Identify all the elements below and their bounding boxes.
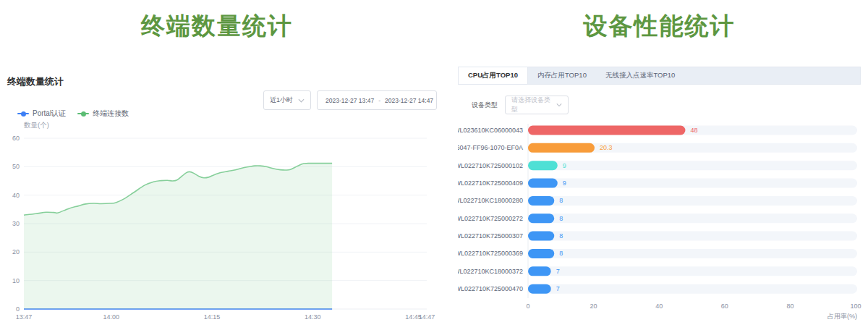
bar-category-label: WL023610KC06000043 bbox=[458, 127, 523, 134]
device-type-select[interactable]: 请选择设备类型 bbox=[505, 96, 569, 114]
y-tick-label: 40 bbox=[12, 192, 20, 199]
y-tick-label: 10 bbox=[12, 277, 20, 284]
bar bbox=[528, 232, 554, 241]
x-tick-label: 20 bbox=[590, 302, 597, 310]
legend-marker-icon bbox=[17, 113, 29, 114]
time-range-select[interactable]: 近1小时 bbox=[263, 90, 311, 110]
cpu-top10-bar-chart: WL023610KC06000043486047-FF96-1070-EF0A2… bbox=[458, 119, 868, 330]
y-tick-label: 50 bbox=[12, 163, 20, 170]
bar-track bbox=[528, 196, 857, 206]
device-type-row: 设备类型 请选择设备类型 bbox=[472, 96, 569, 114]
legend-item[interactable]: Portal认证 bbox=[17, 109, 66, 119]
bar bbox=[528, 213, 554, 223]
y-tick-label: 20 bbox=[12, 248, 20, 255]
date-end[interactable]: 2023-12-27 14:47 bbox=[385, 97, 433, 104]
tab-bar: CPU占用TOP10内存占用TOP10无线接入点速率TOP10 bbox=[458, 67, 861, 85]
x-tick-label: 100 bbox=[850, 302, 861, 310]
chevron-down-icon bbox=[556, 103, 562, 107]
performance-section-title: 设备性能统计 bbox=[458, 10, 861, 43]
dashboard: 终端数量统计 设备性能统计 终端数量统计 近1小时 2023-12-27 13:… bbox=[0, 0, 868, 330]
y-tick-label: 30 bbox=[12, 220, 20, 227]
bar-track bbox=[528, 249, 857, 258]
x-tick-label: 14:15 bbox=[204, 313, 221, 321]
x-tick-label: 14:30 bbox=[305, 313, 321, 321]
bar-category-label: WL022710K725000272 bbox=[458, 215, 523, 222]
device-type-placeholder: 请选择设备类型 bbox=[511, 96, 552, 114]
x-tick-label: 0 bbox=[526, 302, 529, 310]
date-start[interactable]: 2023-12-27 13:47 bbox=[326, 97, 374, 104]
chart-legend: Portal认证终端连接数 bbox=[17, 109, 129, 119]
bar bbox=[528, 161, 558, 170]
tab-item[interactable]: 内存占用TOP10 bbox=[528, 67, 596, 84]
bar-category-label: 6047-FF96-1070-EF0A bbox=[458, 144, 523, 151]
bar-category-label: WL022710K725000102 bbox=[458, 162, 523, 169]
bar-value-label: 8 bbox=[559, 232, 563, 240]
bar-value-label: 9 bbox=[563, 162, 566, 169]
tab-item[interactable]: 无线接入点速率TOP10 bbox=[596, 67, 684, 84]
x-tick-label: 60 bbox=[721, 302, 728, 310]
bar-track bbox=[528, 232, 857, 241]
terminal-section-title: 终端数量统计 bbox=[0, 10, 434, 43]
bar-value-label: 7 bbox=[556, 268, 560, 275]
y-tick-label: 60 bbox=[12, 135, 20, 142]
chevron-down-icon bbox=[298, 98, 305, 103]
bar-value-label: 8 bbox=[559, 250, 563, 257]
y-axis-title: 数量(个) bbox=[24, 121, 49, 129]
y-tick-label: 0 bbox=[16, 305, 20, 313]
x-tick-label: 14:00 bbox=[103, 313, 119, 321]
bar-category-label: WL022710KC18000280 bbox=[458, 197, 523, 204]
bar-category-label: WL022710K725000409 bbox=[458, 179, 523, 187]
bar-value-label: 9 bbox=[563, 179, 566, 187]
terminal-line-chart: 数量(个)010203040506013:4714:0014:1514:3014… bbox=[0, 119, 443, 330]
time-range-value: 近1小时 bbox=[270, 96, 293, 105]
bar-track bbox=[528, 161, 857, 170]
x-axis-title: 占用率(%) bbox=[827, 313, 857, 320]
legend-label: 终端连接数 bbox=[93, 109, 129, 119]
bar bbox=[528, 143, 595, 153]
x-tick-label: 13:47 bbox=[16, 313, 33, 321]
terminal-chart-controls: 近1小时 2023-12-27 13:47 - 2023-12-27 14:47 bbox=[0, 90, 437, 110]
date-range-picker[interactable]: 2023-12-27 13:47 - 2023-12-27 14:47 bbox=[317, 90, 437, 110]
legend-label: Portal认证 bbox=[33, 109, 66, 119]
bar-track bbox=[528, 284, 857, 294]
bar-category-label: WL022710K725000369 bbox=[458, 250, 523, 257]
legend-marker-icon bbox=[77, 113, 89, 114]
date-separator: - bbox=[377, 97, 382, 104]
tab-active[interactable]: CPU占用TOP10 bbox=[459, 67, 528, 84]
terminal-panel-title: 终端数量统计 bbox=[7, 75, 64, 88]
bar-value-label: 8 bbox=[559, 215, 563, 222]
bar bbox=[528, 266, 551, 276]
bar bbox=[528, 196, 554, 206]
bar-category-label: WL022710K725000470 bbox=[458, 285, 523, 292]
bar bbox=[528, 284, 551, 294]
bar-category-label: WL022710K725000307 bbox=[458, 232, 523, 240]
terminal-series-area bbox=[24, 164, 332, 309]
bar-track bbox=[528, 213, 857, 223]
x-tick-label: 40 bbox=[655, 302, 663, 310]
x-tick-label: 14:47 bbox=[419, 313, 435, 321]
bar bbox=[528, 179, 558, 188]
bar-category-label: WL022710KC18000372 bbox=[458, 268, 523, 275]
bar-value-label: 48 bbox=[690, 127, 697, 134]
bar-value-label: 8 bbox=[559, 197, 563, 204]
bar bbox=[528, 249, 554, 258]
bar-track bbox=[528, 179, 857, 188]
bar-value-label: 20.3 bbox=[600, 144, 613, 151]
legend-item[interactable]: 终端连接数 bbox=[77, 109, 129, 119]
bar-track bbox=[528, 266, 857, 276]
bar bbox=[528, 126, 685, 135]
bar-value-label: 7 bbox=[556, 285, 560, 292]
device-type-label: 设备类型 bbox=[472, 101, 498, 110]
x-tick-label: 80 bbox=[786, 302, 793, 310]
